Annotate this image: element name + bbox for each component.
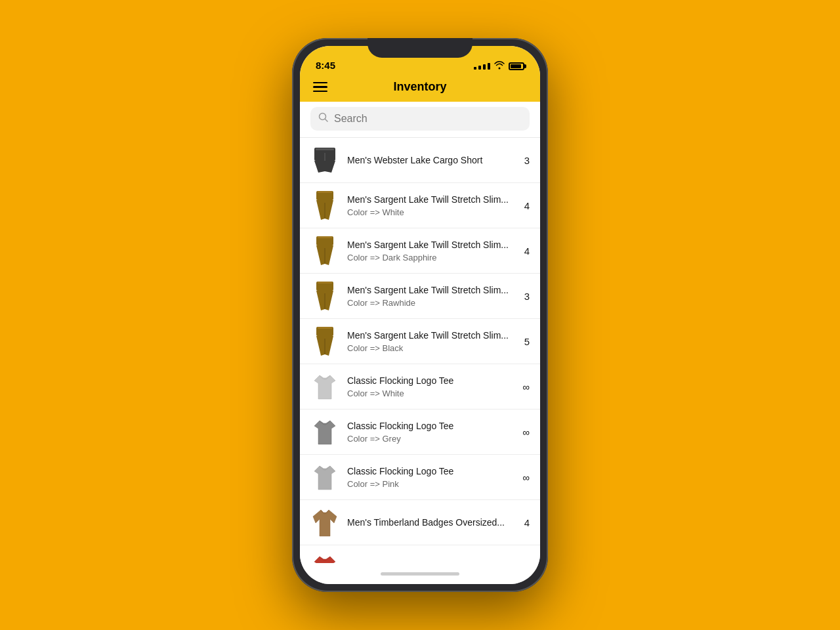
item-text: Men's Sargent Lake Twill Stretch Slim...… <box>347 239 509 262</box>
phone-screen: 8:45 <box>300 46 540 584</box>
item-name: Classic Flocking Logo Tee <box>347 375 509 387</box>
list-item[interactable]: Men's Kennebec Tree Logo Tee20 <box>300 545 540 563</box>
battery-icon <box>509 62 524 70</box>
item-image <box>310 326 339 357</box>
item-image <box>310 371 339 402</box>
list-item[interactable]: Men's Timberland Badges Oversized...4 <box>300 500 540 545</box>
inventory-list: Men's Webster Lake Cargo Short3 Men's Sa… <box>300 138 540 563</box>
item-name: Men's Timberland Badges Oversized... <box>347 516 509 528</box>
home-indicator <box>300 563 540 584</box>
svg-line-1 <box>326 119 328 122</box>
item-name: Men's Webster Lake Cargo Short <box>347 154 509 166</box>
item-name: Men's Sargent Lake Twill Stretch Slim... <box>347 284 509 296</box>
search-icon <box>318 112 329 125</box>
search-input-wrapper[interactable] <box>310 107 530 131</box>
item-quantity: 3 <box>516 291 530 302</box>
item-image <box>310 507 339 538</box>
search-bar <box>300 102 540 138</box>
home-bar <box>381 572 459 576</box>
list-item[interactable]: Classic Flocking Logo TeeColor => Grey∞ <box>300 410 540 455</box>
item-image <box>310 190 339 221</box>
list-item[interactable]: Men's Sargent Lake Twill Stretch Slim...… <box>300 274 540 319</box>
item-quantity: ∞ <box>516 427 530 438</box>
page-title: Inventory <box>393 80 446 94</box>
item-image <box>310 235 339 266</box>
item-text: Classic Flocking Logo TeeColor => Pink <box>347 465 509 488</box>
item-text: Men's Sargent Lake Twill Stretch Slim...… <box>347 194 509 217</box>
item-name: Men's Sargent Lake Twill Stretch Slim... <box>347 194 509 205</box>
item-quantity: 4 <box>516 245 530 257</box>
item-image <box>310 144 339 176</box>
item-color: Color => Grey <box>347 434 509 444</box>
item-color: Color => Rawhide <box>347 298 509 308</box>
wifi-icon <box>494 61 505 71</box>
item-text: Men's Sargent Lake Twill Stretch Slim...… <box>347 284 509 307</box>
item-color: Color => Pink <box>347 479 509 489</box>
item-image <box>310 552 339 563</box>
item-name: Men's Sargent Lake Twill Stretch Slim... <box>347 239 509 251</box>
item-text: Classic Flocking Logo TeeColor => Grey <box>347 420 509 443</box>
item-image <box>310 416 339 448</box>
item-color: Color => Dark Sapphire <box>347 253 509 262</box>
phone-frame: 8:45 <box>292 38 548 592</box>
item-name: Classic Flocking Logo Tee <box>347 465 509 477</box>
list-item[interactable]: Men's Sargent Lake Twill Stretch Slim...… <box>300 319 540 364</box>
item-text: Men's Sargent Lake Twill Stretch Slim...… <box>347 329 509 352</box>
svg-rect-16 <box>318 327 332 329</box>
item-quantity: 4 <box>516 517 530 528</box>
item-text: Classic Flocking Logo TeeColor => White <box>347 375 509 398</box>
svg-rect-7 <box>318 191 332 193</box>
svg-rect-10 <box>318 236 332 238</box>
item-image <box>310 461 339 493</box>
item-text: Men's Timberland Badges Oversized... <box>347 516 509 528</box>
item-quantity: ∞ <box>516 472 530 483</box>
item-color: Color => Black <box>347 343 509 353</box>
svg-rect-13 <box>318 282 332 284</box>
list-item[interactable]: Classic Flocking Logo TeeColor => White∞ <box>300 364 540 410</box>
svg-rect-4 <box>316 148 334 150</box>
list-item[interactable]: Men's Sargent Lake Twill Stretch Slim...… <box>300 183 540 228</box>
item-quantity: 5 <box>516 336 530 347</box>
item-text: Men's Webster Lake Cargo Short <box>347 154 509 166</box>
item-quantity: ∞ <box>516 381 530 392</box>
item-quantity: 4 <box>516 200 530 211</box>
hamburger-button[interactable] <box>310 79 330 95</box>
item-name: Men's Sargent Lake Twill Stretch Slim... <box>347 329 509 341</box>
item-name: Classic Flocking Logo Tee <box>347 420 509 432</box>
search-input[interactable] <box>334 113 522 125</box>
status-time: 8:45 <box>316 60 335 71</box>
item-color: Color => White <box>347 388 509 398</box>
header: Inventory <box>300 75 540 102</box>
item-color: Color => White <box>347 207 509 217</box>
item-quantity: 3 <box>516 155 530 166</box>
list-item[interactable]: Men's Sargent Lake Twill Stretch Slim...… <box>300 228 540 274</box>
list-item[interactable]: Classic Flocking Logo TeeColor => Pink∞ <box>300 455 540 500</box>
status-icons <box>474 61 524 71</box>
signal-icon <box>474 63 490 70</box>
item-image <box>310 280 339 312</box>
phone-notch <box>368 38 472 58</box>
list-item[interactable]: Men's Webster Lake Cargo Short3 <box>300 138 540 183</box>
